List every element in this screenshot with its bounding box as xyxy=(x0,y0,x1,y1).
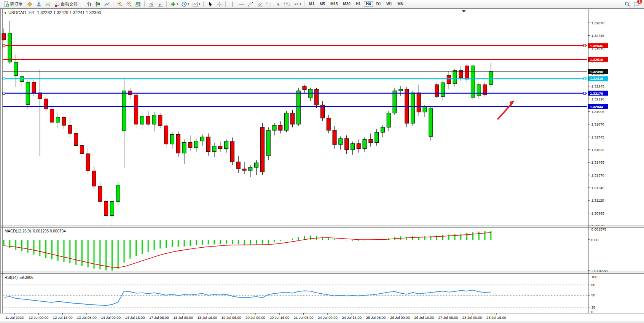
channel-icon: E xyxy=(257,1,263,7)
periods-button[interactable]: ▾ xyxy=(180,0,190,8)
metaeditor-button[interactable] xyxy=(26,0,34,8)
zoom-in-button[interactable] xyxy=(116,0,124,8)
fibonacci-tool-button[interactable]: F xyxy=(265,0,273,8)
trendline-tool-button[interactable] xyxy=(246,0,255,8)
horizontal-line-tool-button[interactable] xyxy=(237,0,245,8)
chevron-down-icon[interactable]: ▾ xyxy=(199,2,200,6)
line-handle[interactable] xyxy=(3,92,5,94)
indicators-button[interactable]: ▾ xyxy=(169,0,179,8)
toolbar-separator xyxy=(225,1,226,7)
timeframe-h4-button[interactable]: H4 xyxy=(364,1,373,7)
crosshair-tool-button[interactable] xyxy=(215,0,223,8)
line-handle[interactable] xyxy=(3,78,5,80)
toolbar-separator xyxy=(82,1,83,7)
chevron-down-icon[interactable]: ▾ xyxy=(177,2,178,6)
chevron-down-icon[interactable]: ▼ xyxy=(4,11,7,15)
new-order-button[interactable]: 新订单 xyxy=(2,0,25,8)
time-tick-label: 17 Jul 08:00 xyxy=(149,315,169,320)
line-handle[interactable] xyxy=(3,45,5,47)
chart-window: 1.328701.327451.326201.324951.323701.322… xyxy=(0,8,644,323)
chart-shift-icon xyxy=(157,1,163,7)
macd-axis-label: 0.001575 xyxy=(591,227,607,231)
candlestick xyxy=(285,111,289,132)
time-tick-label: 21 Jul 08:00 xyxy=(294,315,314,320)
line-handle[interactable] xyxy=(583,45,586,47)
timeframe-m30-button[interactable]: M30 xyxy=(341,1,352,7)
panel-separator[interactable] xyxy=(0,226,644,228)
autotrading-button[interactable]: 自动交易 xyxy=(53,0,80,8)
signal-icon xyxy=(45,1,51,7)
doc-plus-icon xyxy=(3,1,9,7)
macd-label: MACD(12,26,9)0.001295 0.000794 xyxy=(5,229,68,233)
timeframe-m5-button[interactable]: M5 xyxy=(317,1,327,7)
candlestick xyxy=(134,92,138,128)
rsi-axis-label: 80 xyxy=(591,283,596,287)
candlestick xyxy=(393,88,397,115)
text-label-tool-button[interactable]: T xyxy=(283,0,291,8)
template-chart-icon xyxy=(192,1,198,7)
bar-chart-mode-button[interactable] xyxy=(84,0,93,8)
timeframe-h1-button[interactable]: H1 xyxy=(354,1,363,7)
auto-scroll-icon xyxy=(148,1,154,7)
panel-separator[interactable] xyxy=(0,272,644,274)
time-tick-label: 18 Jul 00:00 xyxy=(173,315,193,320)
line-handle[interactable] xyxy=(583,78,586,80)
rsi-label: RSI(14)59.3906 xyxy=(5,275,35,280)
cursor-tool-button[interactable] xyxy=(206,0,214,8)
time-tick-label: 28 Jul 00:00 xyxy=(462,315,482,320)
price-tick-label: 1.32245 xyxy=(591,84,604,88)
vertical-line-icon xyxy=(229,1,235,7)
price-badge-label: 1.32044 xyxy=(590,105,603,109)
price-badge-label: 1.32645 xyxy=(590,44,603,48)
chevron-down-icon[interactable]: ▾ xyxy=(300,2,301,6)
toolbar-separator xyxy=(144,1,145,7)
price-tick-label: 1.32870 xyxy=(591,21,604,25)
svg-text:F: F xyxy=(270,4,271,7)
macd-axis-label: 0.00 xyxy=(591,238,599,242)
mql5-community-button[interactable] xyxy=(35,0,43,8)
person-icon xyxy=(36,1,42,7)
line-chart-mode-button[interactable] xyxy=(103,0,111,8)
chat-button[interactable]: 1 xyxy=(632,0,641,8)
tile-windows-button[interactable] xyxy=(134,0,142,8)
macd-axis-label: -0.004588 xyxy=(591,269,608,273)
candlestick xyxy=(435,83,439,98)
toolbar-separator xyxy=(203,1,204,7)
price-badge-label: 1.32510 xyxy=(590,57,603,62)
timeframe-d1-button[interactable]: D1 xyxy=(374,1,383,7)
timeframe-mn-button[interactable]: MN xyxy=(395,1,406,7)
macd-values: 0.001295 0.000794 xyxy=(33,229,65,233)
time-tick-label: 12 Jul 00:00 xyxy=(29,315,48,320)
time-tick-label: 24 Jul 00:00 xyxy=(318,315,338,320)
toolbar-separator xyxy=(166,1,167,7)
toolbar-separator xyxy=(113,1,114,7)
auto-scroll-button[interactable] xyxy=(147,0,155,8)
candlestick xyxy=(230,137,234,165)
rsi-axis-label: 50 xyxy=(591,293,596,297)
new-order-label: 新订单 xyxy=(10,1,22,7)
equidistant-channel-tool-button[interactable]: E xyxy=(255,0,264,8)
svg-text:T: T xyxy=(286,2,288,6)
chart-canvas[interactable]: 1.328701.327451.326201.324951.323701.322… xyxy=(0,9,644,323)
timeframe-w1-button[interactable]: W1 xyxy=(384,1,394,7)
rsi-value: 59.3906 xyxy=(19,275,33,280)
arrows-tool-button[interactable]: ▾ xyxy=(292,0,302,8)
timeframe-m15-button[interactable]: M15 xyxy=(328,1,340,7)
text-label-icon: T xyxy=(284,1,290,7)
timeframe-m1-button[interactable]: M1 xyxy=(307,1,317,7)
line-chart-icon xyxy=(104,1,110,7)
chart-shift-button[interactable] xyxy=(156,0,164,8)
text-tool-button[interactable]: A xyxy=(274,0,282,8)
time-tick-label: 18 Jul 16:00 xyxy=(198,315,217,320)
zoom-out-button[interactable] xyxy=(125,0,133,8)
line-handle[interactable] xyxy=(583,92,586,94)
chevron-down-icon[interactable]: ▾ xyxy=(188,2,189,6)
search-button[interactable] xyxy=(623,0,631,8)
vertical-line-tool-button[interactable] xyxy=(228,0,236,8)
time-tick-label: 26 Jul 16:00 xyxy=(414,315,434,320)
templates-button[interactable]: ▾ xyxy=(191,0,201,8)
price-tick-label: 1.31745 xyxy=(591,135,604,139)
candle-chart-mode-button[interactable] xyxy=(94,0,102,8)
signals-button[interactable] xyxy=(44,0,52,8)
price-tick-label: 1.31120 xyxy=(591,198,604,202)
